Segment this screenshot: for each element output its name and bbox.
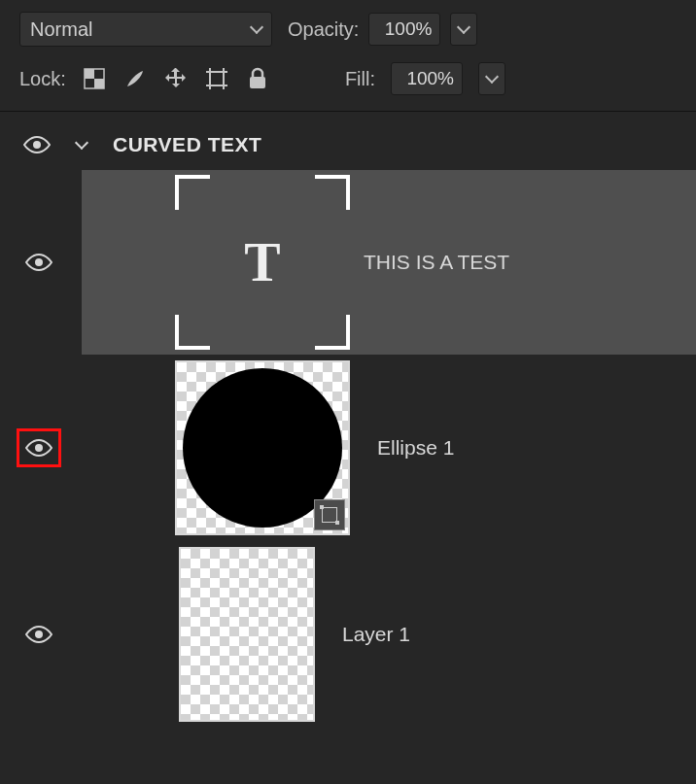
lock-transparency-icon[interactable] (82, 66, 107, 91)
layer-row-shape[interactable]: Ellipse 1 (10, 355, 696, 541)
opacity-slider-button[interactable] (450, 13, 477, 46)
eye-icon[interactable] (25, 625, 52, 644)
fill-label: Fill: (345, 68, 375, 90)
layer-group-header[interactable]: CURVED TEXT (0, 116, 696, 170)
svg-point-5 (33, 141, 41, 149)
blend-mode-value: Normal (30, 18, 92, 41)
layer-row-text[interactable]: T THIS IS A TEST (10, 170, 696, 355)
layer-thumbnail[interactable]: T (175, 175, 350, 350)
lock-artboard-icon[interactable] (204, 66, 229, 91)
layer-row-raster[interactable]: Layer 1 (10, 541, 696, 728)
lock-position-icon[interactable] (163, 66, 189, 91)
svg-point-7 (35, 444, 43, 452)
eye-icon[interactable] (25, 438, 52, 458)
divider (0, 111, 696, 112)
chevron-down-icon (457, 20, 470, 34)
layers-list: T THIS IS A TEST Ellipse 1 Layer 1 (0, 170, 696, 728)
lock-brush-icon[interactable] (122, 66, 148, 91)
expand-chevron-icon[interactable] (68, 135, 95, 154)
layer-thumbnail[interactable] (175, 360, 350, 535)
layer-thumbnail[interactable] (179, 547, 315, 722)
layer-name-label[interactable]: Layer 1 (342, 623, 410, 646)
fill-slider-button[interactable] (478, 62, 505, 95)
eye-icon[interactable] (25, 253, 52, 272)
visibility-column (10, 625, 68, 644)
svg-point-6 (35, 258, 43, 266)
fill-input[interactable]: 100% (391, 62, 463, 95)
fill-value: 100% (406, 68, 454, 89)
svg-rect-4 (250, 77, 265, 88)
type-icon: T (175, 175, 350, 350)
vector-shape-badge-icon (314, 499, 345, 530)
layer-name-label[interactable]: THIS IS A TEST (364, 251, 509, 274)
svg-rect-3 (210, 72, 224, 85)
svg-point-8 (35, 631, 43, 638)
lock-fill-row: Lock: Fill: 100% (0, 58, 696, 107)
opacity-value: 100% (385, 18, 433, 40)
eye-icon[interactable] (23, 135, 51, 154)
blend-mode-select[interactable]: Normal (19, 12, 272, 47)
chevron-down-icon (250, 20, 263, 34)
opacity-input[interactable]: 100% (368, 13, 440, 46)
opacity-label: Opacity: (288, 18, 359, 41)
group-name: CURVED TEXT (113, 133, 261, 156)
layer-name-label[interactable]: Ellipse 1 (377, 436, 454, 460)
svg-rect-2 (94, 79, 104, 88)
lock-all-icon[interactable] (245, 66, 270, 91)
visibility-column (10, 253, 68, 272)
lock-label: Lock: (19, 68, 66, 90)
layer-content: T THIS IS A TEST (82, 170, 696, 355)
blend-opacity-row: Normal Opacity: 100% (0, 0, 696, 58)
visibility-column (10, 438, 68, 458)
svg-rect-1 (85, 69, 94, 79)
chevron-down-icon (485, 70, 499, 84)
